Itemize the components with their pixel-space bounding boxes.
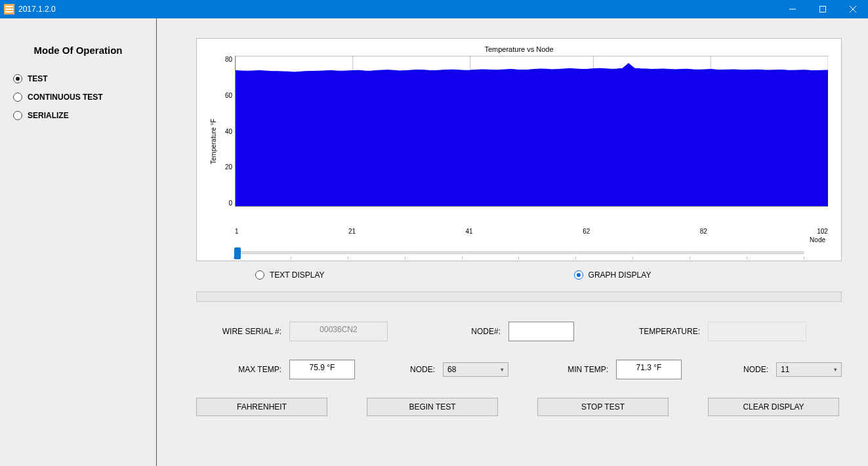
svg-rect-1 [5,6,13,7]
node-num-label: NODE#: [396,327,501,336]
fields-row-1: WIRE SERIAL #: 00036CN2 NODE#: TEMPERATU… [196,322,842,341]
close-button[interactable] [838,0,868,18]
svg-rect-5 [820,7,826,12]
min-node-select[interactable]: 11 ▾ [776,362,842,377]
progress-bar [196,291,842,302]
wire-serial-label: WIRE SERIAL #: [196,327,281,336]
radio-label: GRAPH DISPLAY [589,270,651,280]
max-node-select[interactable]: 68 ▾ [443,362,508,377]
clear-display-button[interactable]: CLEAR DISPLAY [708,398,839,416]
display-mode-group: TEXT DISPLAY GRAPH DISPLAY [255,270,842,280]
radio-icon [13,74,22,83]
slider-thumb[interactable] [234,247,241,259]
chevron-down-icon: ▾ [501,366,504,373]
chart-title: Temperature vs Node [210,45,828,53]
maximize-button[interactable] [808,0,838,18]
y-axis-label: Temperature °F [210,56,219,226]
main-panel: Temperature vs Node Temperature °F 80 60… [157,18,868,466]
window-title: 2017.1.2.0 [18,5,777,14]
app-icon [4,4,14,14]
mode-heading: Mode Of Operation [13,45,143,56]
radio-label: TEST [28,74,48,83]
temperature-field [708,322,806,341]
chevron-down-icon: ▾ [834,366,837,373]
button-row: FAHRENHEIT BEGIN TEST STOP TEST CLEAR DI… [196,398,842,416]
max-temp-field[interactable]: 75.9 °F [289,360,355,379]
x-ticks: 1 21 41 62 82 102 [235,228,828,235]
min-temp-field[interactable]: 71.3 °F [616,360,682,379]
temperature-label: TEMPERATURE: [582,327,700,336]
minimize-button[interactable] [777,0,808,18]
max-node-label: NODE: [363,365,435,374]
radio-label: SERIALIZE [28,111,69,120]
mode-radio-continuous[interactable]: CONTINUOUS TEST [13,93,143,102]
chart-panel: Temperature vs Node Temperature °F 80 60… [196,38,842,261]
stop-test-button[interactable]: STOP TEST [537,398,669,416]
wire-serial-field: 00036CN2 [289,322,388,341]
node-num-field[interactable] [508,322,574,341]
x-axis-label: Node [210,236,828,244]
radio-icon [574,270,583,280]
fields-row-2: MAX TEMP: 75.9 °F NODE: 68 ▾ MIN TEMP: 7… [196,360,842,379]
radio-icon [13,93,22,102]
radio-label: TEXT DISPLAY [270,270,325,280]
max-temp-label: MAX TEMP: [196,365,281,374]
radio-icon [255,270,264,280]
mode-radio-serialize[interactable]: SERIALIZE [13,111,143,120]
fahrenheit-button[interactable]: FAHRENHEIT [196,398,327,416]
begin-test-button[interactable]: BEGIN TEST [367,398,498,416]
plot-area [235,56,828,207]
radio-icon [13,111,22,120]
display-radio-graph[interactable]: GRAPH DISPLAY [574,270,651,280]
display-radio-text[interactable]: TEXT DISPLAY [255,270,325,280]
mode-panel: Mode Of Operation TEST CONTINUOUS TEST S… [0,18,157,466]
titlebar: 2017.1.2.0 [0,0,868,18]
svg-rect-2 [5,9,13,10]
svg-rect-3 [5,11,13,12]
mode-radio-test[interactable]: TEST [13,74,143,83]
chart-slider[interactable] [210,251,828,259]
min-node-label: NODE: [690,365,768,374]
min-temp-label: MIN TEMP: [516,365,608,374]
svg-marker-15 [236,64,828,206]
radio-label: CONTINUOUS TEST [28,93,103,102]
y-ticks: 80 60 40 20 0 [219,56,235,207]
